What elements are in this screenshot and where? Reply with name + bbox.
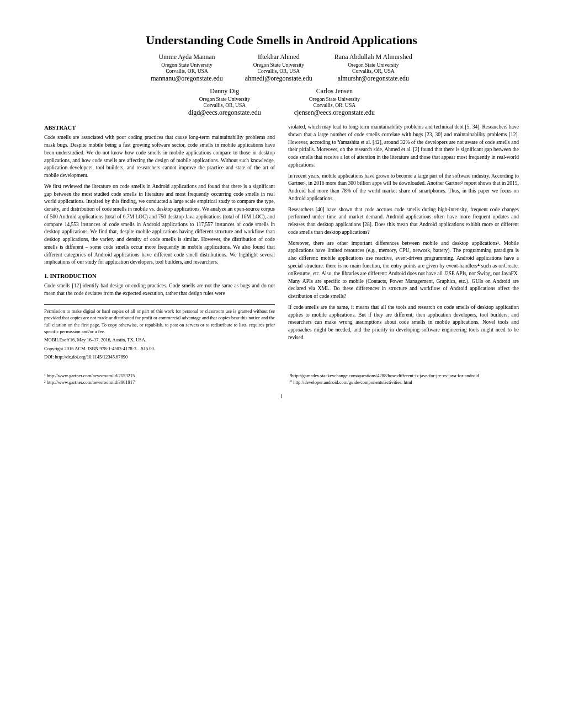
footnote-doi: DOI: http://dx.doi.org/10.1145/12345.678… bbox=[44, 354, 275, 360]
author-block-5: Carlos Jensen Oregon State University Co… bbox=[294, 87, 375, 117]
right-para-3: Researchers [40] have shown that code ac… bbox=[288, 206, 519, 237]
author-affil-3: Oregon State University bbox=[334, 62, 412, 68]
bottom-fn-1: ¹ http://www.gartner.com/newsroom/id/215… bbox=[44, 373, 273, 378]
content-area: ABSTRACT Code smells are associated with… bbox=[44, 124, 519, 362]
author-location-2: Corvallis, OR, USA bbox=[245, 68, 312, 74]
author-name-3: Rana Abdullah M Almurshed bbox=[334, 53, 412, 61]
author-name-1: Umme Ayda Mannan bbox=[151, 53, 223, 61]
bottom-fn-3: ³http://gamedev.stackexchange.com/questi… bbox=[290, 373, 519, 378]
bottom-footnotes-left: ¹ http://www.gartner.com/newsroom/id/215… bbox=[44, 373, 273, 386]
left-column: ABSTRACT Code smells are associated with… bbox=[44, 124, 275, 362]
footnote-copyright: Copyright 2016 ACM. ISBN 978-1-4503-4178… bbox=[44, 345, 275, 352]
author-name-2: Iftekhar Ahmed bbox=[245, 53, 312, 61]
authors-row-2: Danny Dig Oregon State University Corval… bbox=[44, 87, 519, 117]
right-para-1: violated, which may lead to long-term ma… bbox=[288, 124, 519, 169]
author-email-1: mannanu@oregonstate.edu bbox=[151, 74, 223, 83]
author-email-5: cjensen@eecs.oregonstate.edu bbox=[294, 109, 375, 117]
author-email-2: ahmedi@oregonstate.edu bbox=[245, 74, 312, 83]
author-location-1: Corvallis, OR, USA bbox=[151, 68, 223, 74]
title-section: Understanding Code Smells in Android App… bbox=[44, 33, 519, 117]
footnote-box: Permission to make digital or hard copie… bbox=[44, 304, 275, 360]
author-block-3: Rana Abdullah M Almurshed Oregon State U… bbox=[334, 53, 412, 83]
author-name-4: Danny Dig bbox=[188, 87, 261, 95]
abstract-title: ABSTRACT bbox=[44, 124, 275, 132]
abstract-para-2: We first reviewed the literature on code… bbox=[44, 183, 275, 266]
abstract-para-1: Code smells are associated with poor cod… bbox=[44, 134, 275, 180]
author-name-5: Carlos Jensen bbox=[294, 87, 375, 95]
author-affil-4: Oregon State University bbox=[188, 97, 261, 102]
author-affil-1: Oregon State University bbox=[151, 62, 223, 68]
author-block-4: Danny Dig Oregon State University Corval… bbox=[188, 87, 261, 117]
bottom-footnotes: ¹ http://www.gartner.com/newsroom/id/215… bbox=[44, 373, 519, 386]
bottom-fn-2: ² http://www.gartner.com/newsroom/id/306… bbox=[44, 379, 273, 385]
intro-title: 1. INTRODUCTION bbox=[44, 272, 275, 280]
right-para-5: If code smells are the same, it means th… bbox=[288, 304, 519, 342]
paper-page: Understanding Code Smells in Android App… bbox=[11, 11, 552, 421]
author-email-4: digd@eecs.oregonstate.edu bbox=[188, 109, 261, 117]
author-email-3: almurshr@oregonstate.edu bbox=[334, 74, 412, 83]
intro-para-1: Code smells [12] identify bad design or … bbox=[44, 282, 275, 298]
bottom-footnotes-right: ³http://gamedev.stackexchange.com/questi… bbox=[290, 373, 519, 386]
footnote-conf: MOBILEsoft'16, May 16–17, 2016, Austin, … bbox=[44, 336, 275, 343]
author-block-1: Umme Ayda Mannan Oregon State University… bbox=[151, 53, 223, 83]
author-affil-2: Oregon State University bbox=[245, 62, 312, 68]
author-affil-5: Oregon State University bbox=[294, 97, 375, 102]
paper-title: Understanding Code Smells in Android App… bbox=[44, 33, 519, 47]
page-number: 1 bbox=[44, 394, 519, 399]
author-location-5: Corvallis, OR, USA bbox=[294, 103, 375, 108]
right-para-4: Moreover, there are other important diff… bbox=[288, 240, 519, 301]
bottom-fn-4: ⁴ http://developer.android.com/guide/com… bbox=[290, 379, 519, 385]
author-block-2: Iftekhar Ahmed Oregon State University C… bbox=[245, 53, 312, 83]
author-location-4: Corvallis, OR, USA bbox=[188, 103, 261, 108]
authors-row-1: Umme Ayda Mannan Oregon State University… bbox=[44, 53, 519, 83]
right-para-2: In recent years, mobile applications hav… bbox=[288, 173, 519, 203]
footnote-permission: Permission to make digital or hard copie… bbox=[44, 308, 275, 335]
right-column: violated, which may lead to long-term ma… bbox=[288, 124, 519, 362]
author-location-3: Corvallis, OR, USA bbox=[334, 68, 412, 74]
